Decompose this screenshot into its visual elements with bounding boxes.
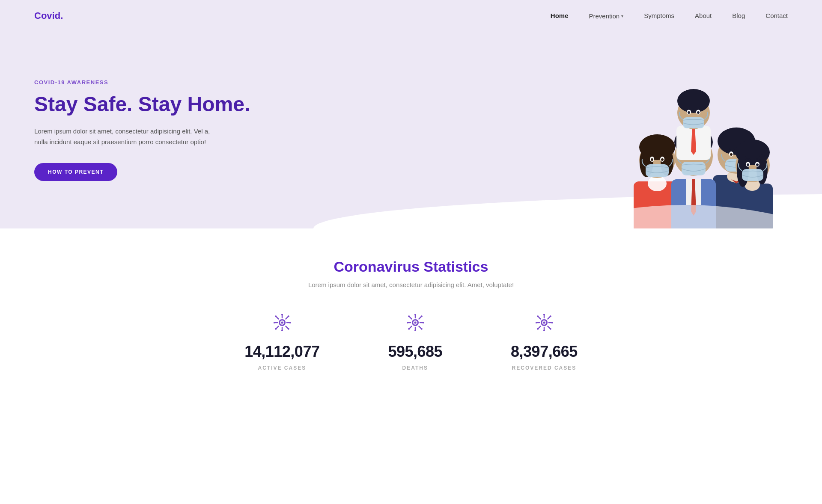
recovered-number: 8,397,665	[511, 343, 578, 361]
svg-point-80	[407, 322, 408, 323]
deaths-label: DEATHS	[402, 365, 428, 371]
deaths-number: 595,685	[388, 343, 442, 361]
svg-point-10	[661, 158, 664, 161]
svg-line-83	[409, 317, 411, 319]
svg-point-103	[537, 315, 539, 317]
svg-point-71	[275, 328, 277, 330]
hero-label: COVID-19 AWARENESS	[34, 79, 250, 86]
svg-point-19	[730, 153, 733, 156]
svg-point-50	[747, 163, 749, 166]
how-to-prevent-button[interactable]: HOW TO PREVENT	[34, 163, 117, 181]
svg-point-61	[274, 322, 275, 323]
svg-line-64	[276, 317, 278, 319]
svg-rect-11	[646, 164, 669, 177]
nav-link-home[interactable]: Home	[551, 12, 569, 19]
nav-link-prevention-wrapper[interactable]: Prevention ▾	[589, 12, 623, 20]
svg-point-39	[688, 111, 690, 114]
hero-illustration	[591, 57, 779, 228]
svg-rect-41	[683, 117, 704, 128]
svg-point-69	[288, 315, 289, 317]
svg-line-87	[419, 317, 421, 319]
navbar: Covid. Home Prevention ▾ Symptoms About …	[0, 0, 822, 32]
svg-point-59	[281, 330, 283, 332]
virus-icon-deaths	[407, 314, 424, 335]
site-logo[interactable]: Covid.	[34, 10, 63, 21]
svg-point-51	[756, 163, 759, 166]
svg-point-57	[281, 314, 283, 316]
nav-item-contact[interactable]: Contact	[765, 12, 788, 20]
hero-title: Stay Safe. Stay Home.	[34, 92, 250, 116]
nav-item-prevention[interactable]: Prevention ▾	[589, 12, 623, 20]
hero-section: COVID-19 AWARENESS Stay Safe. Stay Home.…	[0, 32, 822, 228]
svg-line-106	[548, 317, 550, 319]
person-back-center	[676, 89, 711, 160]
active-cases-label: ACTIVE CASES	[258, 365, 307, 371]
svg-point-99	[536, 322, 537, 323]
svg-point-74	[414, 322, 416, 324]
svg-point-63	[289, 322, 291, 323]
stats-section: Coronavirus Statistics Lorem ipsum dolor…	[0, 228, 822, 405]
svg-point-82	[422, 322, 424, 323]
nav-item-home[interactable]: Home	[551, 12, 569, 20]
nav-links: Home Prevention ▾ Symptoms About Blog Co…	[551, 12, 788, 20]
svg-line-68	[286, 317, 288, 319]
svg-point-97	[543, 330, 545, 332]
svg-point-76	[414, 314, 416, 316]
virus-icon-recovered	[536, 314, 553, 335]
svg-point-105	[550, 328, 551, 330]
svg-line-104	[548, 326, 550, 329]
stats-title: Coronavirus Statistics	[34, 258, 788, 275]
svg-line-89	[409, 326, 411, 329]
nav-link-blog[interactable]: Blog	[732, 12, 745, 19]
nav-item-blog[interactable]: Blog	[732, 12, 745, 20]
recovered-label: RECOVERED CASES	[512, 365, 577, 371]
svg-point-107	[550, 315, 551, 317]
people-group-svg	[591, 57, 779, 228]
svg-point-36	[677, 89, 710, 113]
svg-point-40	[697, 111, 700, 114]
svg-point-67	[288, 328, 289, 330]
svg-point-55	[281, 322, 283, 324]
stats-description: Lorem ipsum dolor sit amet, consectetur …	[34, 281, 788, 288]
stat-recovered: 8,397,665 RECOVERED CASES	[511, 314, 578, 371]
virus-icon-active	[274, 314, 291, 335]
logo-dot: .	[60, 10, 63, 21]
svg-point-90	[408, 328, 410, 330]
svg-point-9	[651, 158, 653, 161]
svg-line-66	[286, 326, 288, 329]
svg-point-84	[408, 315, 410, 317]
svg-line-102	[538, 317, 540, 319]
nav-item-symptoms[interactable]: Symptoms	[644, 12, 674, 20]
svg-line-70	[276, 326, 278, 329]
nav-link-about[interactable]: About	[695, 12, 712, 19]
active-cases-number: 14,112,077	[244, 343, 319, 361]
hero-description: Lorem ipsum dolor sit amet, consectetur …	[34, 126, 223, 148]
nav-item-about[interactable]: About	[695, 12, 712, 20]
svg-point-2	[648, 176, 667, 191]
svg-point-101	[551, 322, 553, 323]
svg-point-78	[414, 330, 416, 332]
chevron-down-icon: ▾	[621, 14, 623, 18]
svg-point-109	[537, 328, 539, 330]
svg-point-95	[543, 314, 545, 316]
nav-link-contact[interactable]: Contact	[765, 12, 788, 19]
hero-content: COVID-19 AWARENESS Stay Safe. Stay Home.…	[34, 79, 250, 206]
svg-point-93	[543, 322, 545, 324]
nav-link-symptoms[interactable]: Symptoms	[644, 12, 674, 19]
svg-line-108	[538, 326, 540, 329]
stat-active-cases: 14,112,077 ACTIVE CASES	[244, 314, 319, 371]
logo-text: Covid	[34, 10, 60, 21]
nav-link-prevention: Prevention	[589, 12, 619, 20]
svg-line-85	[419, 326, 421, 329]
svg-point-65	[275, 315, 277, 317]
stat-deaths: 595,685 DEATHS	[388, 314, 442, 371]
stats-grid: 14,112,077 ACTIVE CASES	[34, 314, 788, 371]
svg-point-88	[421, 315, 423, 317]
svg-point-86	[421, 328, 423, 330]
